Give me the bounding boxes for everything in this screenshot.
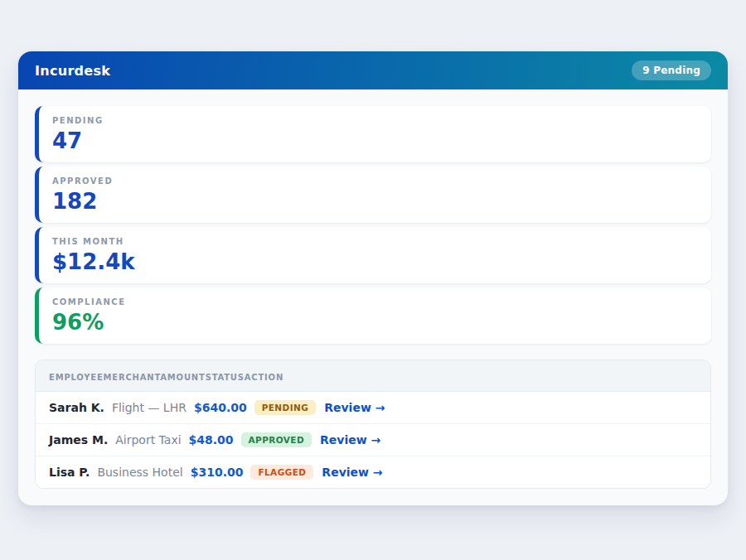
review-link[interactable]: Review → — [324, 401, 385, 414]
stat-value: 47 — [52, 130, 698, 152]
table-row: Sarah K. Flight — LHR $640.00 PENDING Re… — [36, 392, 710, 423]
stat-label: COMPLIANCE — [52, 297, 698, 307]
stat-value: 182 — [52, 191, 698, 212]
expense-amount: $310.00 — [191, 466, 244, 479]
table-row: Lisa P. Business Hotel $310.00 FLAGGED R… — [36, 456, 710, 488]
column-header-action: ACTION — [245, 373, 283, 382]
column-header-amount: AMOUNT — [160, 373, 205, 382]
merchant-name: Business Hotel — [97, 466, 182, 479]
review-link[interactable]: Review → — [322, 466, 382, 479]
column-header-merchant: MERCHANT — [104, 373, 161, 382]
merchant-name: Airport Taxi — [115, 433, 181, 447]
pending-count-badge: 9 Pending — [632, 60, 711, 80]
expense-table: EMPLOYEEMERCHANTAMOUNTSTATUSACTION Sarah… — [35, 360, 711, 489]
table-header-row: EMPLOYEEMERCHANTAMOUNTSTATUSACTION — [36, 360, 710, 392]
app-header: Incurdesk 9 Pending — [18, 51, 728, 89]
employee-name: Lisa P. — [49, 466, 90, 479]
stat-label: THIS MONTH — [52, 237, 698, 246]
stat-value: $12.4k — [52, 251, 698, 273]
panel-body: PENDING 47 APPROVED 182 THIS MONTH $12.4… — [18, 89, 728, 505]
column-header-employee: EMPLOYEE — [49, 373, 104, 382]
stat-card-pending: PENDING 47 — [35, 106, 711, 162]
status-badge: PENDING — [254, 400, 316, 415]
stat-card-approved: APPROVED 182 — [35, 167, 711, 223]
employee-name: Sarah K. — [49, 401, 104, 414]
column-header-status: STATUS — [206, 373, 245, 382]
app-title: Incurdesk — [35, 63, 110, 79]
status-badge: FLAGGED — [250, 465, 313, 480]
status-badge: APPROVED — [241, 432, 312, 447]
stat-card-this-month: THIS MONTH $12.4k — [35, 227, 711, 283]
review-link[interactable]: Review → — [320, 433, 380, 447]
stat-label: APPROVED — [52, 176, 698, 186]
employee-name: James M. — [49, 433, 108, 447]
expense-amount: $640.00 — [194, 401, 247, 414]
stat-label: PENDING — [52, 116, 698, 125]
merchant-name: Flight — LHR — [112, 401, 186, 414]
expense-amount: $48.00 — [189, 433, 234, 447]
stat-card-compliance: COMPLIANCE 96% — [35, 287, 711, 344]
table-row: James M. Airport Taxi $48.00 APPROVED Re… — [36, 423, 710, 456]
stat-value: 96% — [52, 311, 698, 333]
incurdesk-panel: Incurdesk 9 Pending PENDING 47 APPROVED … — [18, 51, 728, 505]
